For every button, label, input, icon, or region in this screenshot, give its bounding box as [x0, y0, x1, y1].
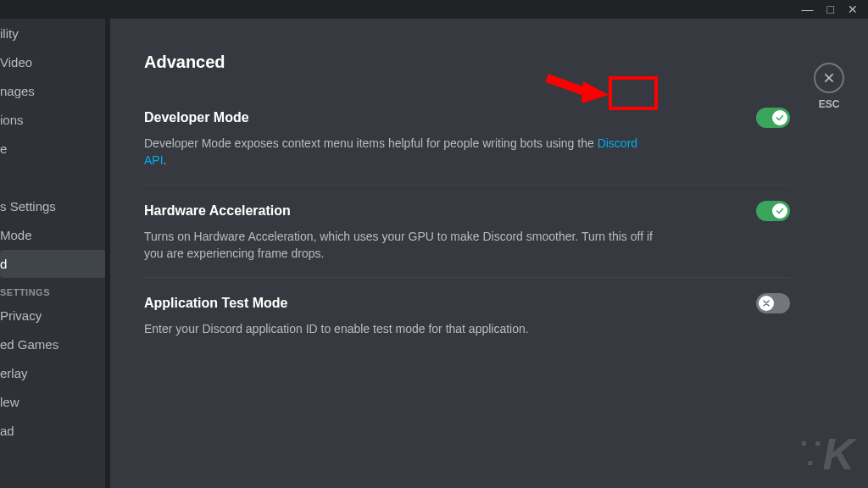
- sidebar-item[interactable]: e: [0, 135, 107, 163]
- sidebar-item[interactable]: ility: [0, 19, 107, 47]
- setting-row: Hardware AccelerationTurns on Hardware A…: [144, 186, 790, 279]
- setting-description: Enter your Discord application ID to ena…: [144, 320, 653, 337]
- sidebar-item-label: e: [0, 141, 7, 156]
- setting-description: Turns on Hardware Acceleration, which us…: [144, 228, 653, 263]
- sidebar-item[interactable]: s Settings: [0, 192, 107, 220]
- setting-title: Hardware Acceleration: [144, 203, 291, 219]
- sidebar-item-label: Privacy: [0, 308, 42, 323]
- sidebar-item[interactable]: [0, 164, 107, 191]
- sidebar-item-label: Video: [0, 55, 32, 69]
- setting-title: Developer Mode: [144, 110, 249, 125]
- page-title: Advanced: [144, 53, 790, 72]
- toggle-switch[interactable]: [756, 201, 790, 221]
- sidebar-item[interactable]: ions: [0, 106, 107, 134]
- close-icon: [822, 71, 836, 85]
- watermark: ▪ ▪ ▪K: [801, 429, 853, 480]
- toggle-switch[interactable]: [756, 108, 790, 128]
- sidebar-item-label: lew: [0, 395, 19, 409]
- close-label: ESC: [814, 98, 844, 110]
- window-maximize[interactable]: □: [827, 3, 834, 15]
- close-button[interactable]: [814, 63, 844, 93]
- sidebar-item[interactable]: ad: [0, 417, 107, 445]
- sidebar-item-label: d: [0, 257, 7, 271]
- sidebar-item[interactable]: erlay: [0, 359, 107, 387]
- check-icon: [775, 113, 785, 123]
- sidebar-item-label: ad: [0, 424, 14, 438]
- sidebar-item[interactable]: Privacy: [0, 302, 107, 330]
- sidebar-item[interactable]: Video: [0, 48, 107, 76]
- setting-description: Developer Mode exposes context menu item…: [144, 135, 653, 169]
- sidebar-item[interactable]: nages: [0, 77, 107, 105]
- window-titlebar: — □ ✕: [0, 0, 868, 19]
- check-icon: [775, 206, 785, 216]
- sidebar-item[interactable]: d: [0, 250, 107, 278]
- settings-sidebar: ilityVideonagesionse s SettingsModed SET…: [0, 19, 110, 488]
- sidebar-item-label: erlay: [0, 366, 28, 380]
- sidebar-item[interactable]: lew: [0, 388, 107, 416]
- sidebar-item-label: ions: [0, 113, 24, 127]
- toggle-switch[interactable]: [756, 293, 790, 313]
- setting-row: Developer ModeDeveloper Mode exposes con…: [144, 92, 790, 186]
- doc-link[interactable]: Discord API: [144, 136, 637, 167]
- sidebar-item-label: nages: [0, 84, 35, 98]
- sidebar-item-label: ed Games: [0, 337, 58, 352]
- window-minimize[interactable]: —: [802, 3, 814, 15]
- window-close[interactable]: ✕: [848, 3, 858, 15]
- setting-row: Application Test ModeEnter your Discord …: [144, 278, 790, 352]
- sidebar-item-label: s Settings: [0, 199, 56, 214]
- close-settings: ESC: [814, 63, 844, 110]
- sidebar-item-label: ility: [0, 26, 19, 41]
- sidebar-section-header: SETTINGS: [0, 279, 110, 301]
- sidebar-item-label: Mode: [0, 228, 32, 242]
- settings-content: Advanced Developer ModeDeveloper Mode ex…: [110, 19, 868, 488]
- sidebar-item[interactable]: Mode: [0, 221, 107, 249]
- sidebar-item[interactable]: ed Games: [0, 330, 107, 358]
- setting-title: Application Test Mode: [144, 296, 287, 311]
- x-icon: [761, 298, 771, 308]
